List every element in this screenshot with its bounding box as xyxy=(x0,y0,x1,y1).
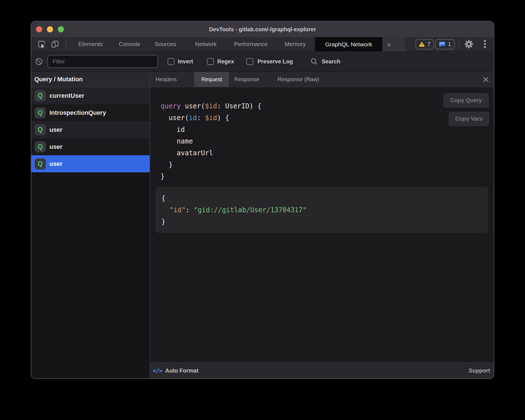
sidebar-header: Query / Mutation xyxy=(31,72,150,87)
close-panel-icon[interactable] xyxy=(483,76,489,83)
tab-network[interactable]: Network xyxy=(195,37,216,51)
tab-sources[interactable]: Sources xyxy=(154,37,176,51)
settings-gear-icon[interactable] xyxy=(464,39,474,49)
code-line: } xyxy=(161,216,488,228)
tab-elements[interactable]: Elements xyxy=(78,37,103,51)
warning-icon xyxy=(419,42,425,47)
query-type-badge: Q xyxy=(35,141,46,152)
messages-button[interactable]: 1 xyxy=(435,39,455,49)
zoom-window-button[interactable] xyxy=(58,26,64,32)
block-clear-icon[interactable] xyxy=(35,58,43,65)
code-line: { xyxy=(161,192,488,204)
query-list: QcurrentUserQIntrospectionQueryQuserQuse… xyxy=(31,87,150,172)
query-type-badge: Q xyxy=(35,107,46,118)
filter-input[interactable]: Filter xyxy=(47,55,158,68)
tab-console[interactable]: Console xyxy=(119,37,140,51)
statusbar: </> Auto Format Support xyxy=(150,362,494,378)
warning-count: 7 xyxy=(427,41,430,47)
code-line: } xyxy=(161,171,261,182)
query-list-item[interactable]: Quser xyxy=(31,138,150,155)
device-toolbar-icon[interactable] xyxy=(51,40,59,48)
query-name: user xyxy=(49,126,62,133)
code-line: query user($id: UserID) { xyxy=(161,100,261,112)
window-title: DevTools - gitlab.com/-/graphql-explorer xyxy=(209,26,316,33)
graphql-query-code[interactable]: query user($id: UserID) { user(id: $id) … xyxy=(161,100,261,182)
support-link[interactable]: Support xyxy=(469,367,490,374)
devtools-tabbar: Elements Console Sources Network Perform… xyxy=(31,37,494,51)
request-content: query user($id: UserID) { user(id: $id) … xyxy=(150,87,494,362)
query-type-badge: Q xyxy=(35,90,46,101)
query-list-item[interactable]: Quser xyxy=(31,121,150,138)
tab-headers[interactable]: Headers xyxy=(156,72,177,87)
copy-query-button[interactable]: Copy Query xyxy=(443,93,489,108)
code-line: } xyxy=(161,159,261,171)
copy-vars-button[interactable]: Copy Vars xyxy=(448,111,489,126)
filterbar: Filter Invert Regex Preserve Log Search xyxy=(31,51,494,72)
query-list-item[interactable]: Quser xyxy=(31,155,150,172)
filter-placeholder: Filter xyxy=(52,58,65,65)
tab-response[interactable]: Response xyxy=(234,72,259,87)
more-tabs-button[interactable]: » xyxy=(382,37,405,51)
auto-format-button[interactable]: Auto Format xyxy=(165,367,199,374)
titlebar[interactable]: DevTools - gitlab.com/-/graphql-explorer xyxy=(31,22,494,37)
query-type-badge: Q xyxy=(35,124,46,135)
tabbar-separator xyxy=(66,40,66,48)
preserve-log-checkbox[interactable] xyxy=(246,58,253,65)
regex-label: Regex xyxy=(217,58,234,65)
tab-request[interactable]: Request xyxy=(194,72,229,87)
query-list-item[interactable]: QIntrospectionQuery xyxy=(31,104,150,121)
more-options-menu[interactable] xyxy=(484,40,486,48)
query-name: IntrospectionQuery xyxy=(49,109,106,116)
detail-panel: Headers Request Response Response (Raw) … xyxy=(150,72,494,378)
chat-bubble-icon xyxy=(439,41,445,47)
code-icon: </> xyxy=(152,367,162,374)
message-count: 1 xyxy=(448,41,451,47)
query-name: currentUser xyxy=(49,92,84,99)
tab-performance[interactable]: Performance xyxy=(234,37,268,51)
code-line: "id": "gid://gitlab/User/13704317" xyxy=(161,204,488,216)
minimize-window-button[interactable] xyxy=(47,26,53,32)
tabbar-separator-2 xyxy=(459,40,459,48)
query-sidebar: Query / Mutation QcurrentUserQIntrospect… xyxy=(31,72,150,378)
tab-response-raw[interactable]: Response (Raw) xyxy=(278,72,319,87)
tab-memory[interactable]: Memory xyxy=(285,37,306,51)
code-line: avatarUrl xyxy=(161,147,261,159)
preserve-log-label: Preserve Log xyxy=(257,58,293,65)
close-window-button[interactable] xyxy=(36,26,42,32)
search-label: Search xyxy=(322,58,340,65)
search-icon[interactable] xyxy=(311,58,318,65)
query-name: user xyxy=(49,143,62,151)
issues-warning-button[interactable]: 7 xyxy=(416,39,434,49)
invert-checkbox[interactable] xyxy=(168,58,175,65)
devtools-window: DevTools - gitlab.com/-/graphql-explorer… xyxy=(31,22,494,378)
invert-label: Invert xyxy=(178,58,193,65)
query-type-badge: Q xyxy=(35,158,46,170)
traffic-lights xyxy=(36,26,64,32)
chevron-double-right-icon: » xyxy=(387,40,391,49)
query-variables-box[interactable]: { "id": "gid://gitlab/User/13704317"} xyxy=(155,187,488,233)
regex-checkbox[interactable] xyxy=(207,58,214,65)
code-line: user(id: $id) { xyxy=(161,112,261,124)
detail-tabs: Headers Request Response Response (Raw) xyxy=(150,72,494,87)
code-line: name xyxy=(161,135,261,147)
query-name: user xyxy=(49,160,62,168)
code-line: id xyxy=(161,124,261,135)
main-area: Query / Mutation QcurrentUserQIntrospect… xyxy=(31,72,494,378)
query-list-item[interactable]: QcurrentUser xyxy=(31,87,150,104)
tab-graphql-network[interactable]: GraphQL Network xyxy=(315,37,382,51)
inspect-element-icon[interactable] xyxy=(38,40,46,48)
